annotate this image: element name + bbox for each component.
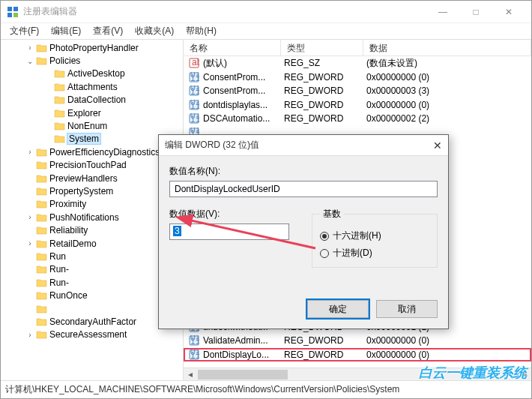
folder-icon [35, 226, 47, 236]
tree-label: ActiveDesktop [67, 68, 125, 79]
menu-view[interactable]: 查看(V) [88, 23, 127, 39]
value-name: DontDisplayLo... [202, 350, 284, 360]
base-label: 基数 [320, 208, 344, 220]
value-name-input[interactable] [169, 181, 438, 197]
value-name: ConsentProm... [202, 72, 284, 82]
tree-item[interactable]: Attachments [1, 80, 183, 93]
value-name: DSCAutomatio... [202, 113, 284, 124]
binary-icon: 011110 [187, 100, 202, 110]
folder-icon [35, 330, 47, 340]
value-data-input[interactable]: 3 [169, 224, 289, 240]
list-row[interactable]: 011110ValidateAdmin...REG_DWORD0x0000000… [184, 334, 531, 348]
tree-item[interactable]: SecondaryAuthFactor [1, 315, 183, 328]
ok-button[interactable]: 确定 [307, 300, 369, 318]
tree-item[interactable]: Run- [1, 276, 183, 289]
expand-icon[interactable]: ⌄ [25, 57, 35, 65]
folder-icon [35, 200, 47, 209]
tree-item[interactable]: ›PushNotifications [1, 211, 183, 224]
col-name[interactable]: 名称 [184, 40, 281, 56]
tree-item[interactable]: NonEnum [1, 119, 183, 132]
tree-item[interactable]: ⌄Policies [1, 54, 183, 67]
binary-icon: 011110 [187, 72, 202, 82]
svg-text:110: 110 [190, 73, 199, 82]
tree-item[interactable]: Reliability [1, 224, 183, 236]
tree-item[interactable]: Explorer [1, 106, 183, 119]
value-type: REG_DWORD [284, 72, 366, 82]
cancel-button[interactable]: 取消 [376, 300, 438, 318]
dialog-title-bar[interactable]: 编辑 DWORD (32 位)值 ✕ [159, 135, 448, 156]
expand-icon[interactable]: › [25, 331, 35, 339]
tree-label: NonEnum [67, 121, 107, 131]
value-type: REG_DWORD [284, 113, 366, 124]
tree-item[interactable]: ›PowerEfficiencyDiagnostics [1, 146, 183, 158]
tree-item[interactable]: ›RetailDemo [1, 237, 183, 250]
tree-item[interactable]: ActiveDesktop [1, 68, 183, 80]
value-type: REG_SZ [284, 58, 366, 68]
value-type: REG_DWORD [284, 86, 366, 96]
menu-file[interactable]: 文件(F) [5, 23, 43, 39]
svg-rect-1 [13, 7, 18, 11]
value-name-label: 数值名称(N): [169, 165, 438, 178]
col-type[interactable]: 类型 [281, 40, 363, 56]
tree-item[interactable]: Run- [1, 263, 183, 276]
tree-item[interactable]: RunOnce [1, 289, 183, 302]
svg-text:110: 110 [190, 86, 199, 96]
expand-icon[interactable]: › [25, 148, 35, 156]
minimize-button[interactable]: — [426, 2, 459, 22]
menu-favorites[interactable]: 收藏夹(A) [130, 23, 178, 39]
menu-edit[interactable]: 编辑(E) [46, 23, 85, 39]
list-row[interactable]: 011110dontdisplaylas...REG_DWORD0x000000… [184, 98, 531, 112]
maximize-button[interactable]: □ [459, 2, 492, 22]
expand-icon[interactable]: › [25, 213, 35, 221]
tree-label: SecureAssessment [49, 329, 127, 340]
tree-label: Reliability [49, 225, 88, 236]
tree-item[interactable]: PrecisionTouchPad [1, 159, 183, 172]
expand-icon[interactable]: › [25, 44, 35, 52]
expand-icon[interactable]: › [25, 239, 35, 248]
tree-label: PowerEfficiencyDiagnostics [49, 147, 160, 158]
value-type: REG_DWORD [284, 335, 366, 346]
binary-icon: 011110 [187, 335, 202, 346]
edit-dword-dialog: 编辑 DWORD (32 位)值 ✕ 数值名称(N): 数值数据(V): 3 基… [158, 134, 449, 329]
radio-hex[interactable]: 十六进制(H) [320, 230, 429, 242]
folder-icon [35, 291, 47, 301]
dialog-close-button[interactable]: ✕ [420, 140, 442, 152]
list-row[interactable]: 011110DontDisplayLo...REG_DWORD0x0000000… [184, 348, 531, 362]
tree-label: Policies [49, 56, 80, 66]
folder-icon [35, 186, 47, 196]
tree-label: PushNotifications [49, 212, 119, 223]
tree-label: Run [49, 251, 66, 262]
tree-label: PreviewHandlers [49, 173, 118, 184]
tree-label: RetailDemo [49, 238, 97, 249]
tree-item[interactable] [1, 302, 183, 315]
tree-item[interactable]: System [1, 133, 183, 146]
list-row[interactable]: ab(默认)REG_SZ(数值未设置) [184, 56, 531, 70]
folder-icon [35, 316, 47, 326]
value-data: 0x00000000 (0) [366, 72, 531, 82]
list-row[interactable]: 011110ConsentProm...REG_DWORD0x00000000 … [184, 70, 531, 85]
value-name: ConsentProm... [202, 86, 284, 96]
col-data[interactable]: 数据 [363, 40, 531, 56]
scroll-left-icon[interactable]: ◂ [184, 368, 196, 380]
folder-icon [53, 69, 65, 79]
folder-icon [35, 251, 47, 261]
scroll-thumb[interactable] [198, 370, 288, 380]
registry-tree[interactable]: ›PhotoPropertyHandler⌄PoliciesActiveDesk… [1, 40, 184, 380]
tree-item[interactable]: PropertySystem [1, 184, 183, 197]
tree-item[interactable]: Proximity [1, 198, 183, 211]
list-row[interactable]: 011110DSCAutomatio...REG_DWORD0x00000002… [184, 112, 531, 126]
value-name: dontdisplaylas... [202, 100, 284, 110]
value-data: 0x00000000 (0) [366, 335, 531, 346]
tree-item[interactable]: ›PhotoPropertyHandler [1, 41, 183, 54]
menu-help[interactable]: 帮助(H) [181, 23, 221, 39]
tree-item[interactable]: Run [1, 250, 183, 262]
tree-item[interactable]: ›SecureAssessment [1, 328, 183, 341]
app-icon [7, 6, 19, 18]
value-data-label: 数值数据(V): [169, 208, 295, 220]
watermark: 白云一键重装系统 [419, 364, 527, 382]
list-row[interactable]: 011110ConsentProm...REG_DWORD0x00000003 … [184, 84, 531, 98]
close-button[interactable]: ✕ [492, 2, 525, 22]
radio-dec[interactable]: 十进制(D) [320, 247, 429, 260]
tree-item[interactable]: PreviewHandlers [1, 172, 183, 184]
tree-item[interactable]: DataCollection [1, 94, 183, 106]
